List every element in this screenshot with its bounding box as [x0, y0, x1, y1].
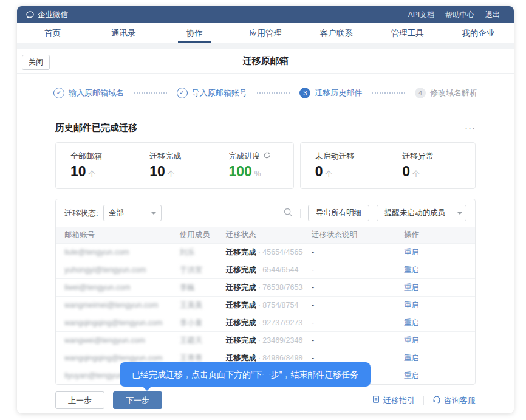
app-logo-text: 企业微信 — [38, 10, 68, 20]
tab-app-management[interactable]: 应用管理 — [230, 23, 301, 43]
col-status: 迁移状态 — [217, 230, 303, 240]
step-connector — [134, 92, 167, 94]
status-text: 迁移完成 — [226, 283, 256, 292]
stat-migration-error: 迁移异常 0 个 — [388, 151, 475, 179]
step-migrate-history: 3 迁移历史邮件 — [299, 88, 362, 98]
status-note-cell: - — [303, 283, 395, 292]
stats-row: 全部邮箱 10 个 迁移完成 10 个 — [55, 142, 476, 189]
stat-unit: % — [254, 170, 261, 178]
restart-link[interactable]: 重启 — [404, 354, 419, 362]
col-member: 使用成员 — [171, 230, 217, 240]
status-text: 迁移完成 — [226, 336, 256, 345]
status-note-cell: - — [303, 266, 395, 274]
email-cell: yuhongyi@tengyun.com — [56, 266, 171, 274]
table-row: yuhongyi@tengyun.com 于洪宜 迁移完成· 6544/6544… — [56, 261, 475, 278]
status-note-cell: - — [303, 248, 395, 256]
member-cell: 李巍 — [171, 283, 217, 293]
email-cell: liwei@tengyun.com — [56, 283, 171, 292]
table-row: liule@tengyun.com 刘乐 迁移完成· 45654/45654 -… — [56, 243, 475, 261]
stat-not-started: 未启动迁移 0 个 — [301, 151, 388, 179]
step-label: 输入原邮箱域名 — [69, 88, 124, 98]
migration-guide-label: 迁移指引 — [383, 395, 415, 406]
member-cell: 于洪宜 — [171, 265, 217, 275]
help-center-link[interactable]: 帮助中心 — [440, 10, 480, 20]
stat-completion-progress: 完成进度 100 % — [214, 151, 293, 179]
migration-panel: 关闭 迁移原邮箱 ✓ 输入原邮箱域名 ✓ 导入原邮箱账号 3 迁移历史邮件 4 … — [17, 49, 514, 413]
email-cell: wangmeimei@tengyun.com — [56, 301, 171, 309]
restart-link[interactable]: 重启 — [404, 318, 419, 327]
member-cell: 王美美 — [171, 300, 217, 311]
status-note-cell: - — [303, 318, 395, 327]
nav-bar: 首页 通讯录 协作 应用管理 客户联系 管理工具 我的企业 — [17, 23, 514, 43]
stats-card-progress: 全部邮箱 10 个 迁移完成 10 个 — [55, 142, 294, 189]
step-label: 迁移历史邮件 — [315, 88, 362, 98]
email-cell: wangqingqing@tengyun.com — [56, 318, 171, 327]
remind-dropdown-button[interactable] — [453, 205, 466, 221]
restart-link[interactable]: 重启 — [404, 283, 419, 292]
tab-home[interactable]: 首页 — [17, 23, 88, 43]
step-label: 导入原邮箱账号 — [192, 88, 247, 98]
step-connector — [257, 92, 290, 94]
page-title: 迁移原邮箱 — [243, 55, 289, 67]
tab-customer-contact[interactable]: 客户联系 — [301, 23, 372, 43]
migration-table-container: 迁移状态: 全部 导出所有明细 提醒未启动的成员 — [55, 199, 476, 385]
more-options-icon[interactable]: ··· — [465, 123, 476, 133]
progress-text: · 8754/8754 — [258, 301, 299, 309]
member-cell: 王青青 — [171, 353, 217, 363]
stat-label: 全部邮箱 — [70, 151, 135, 162]
step-import-accounts: ✓ 导入原邮箱账号 — [177, 88, 247, 98]
divider — [300, 209, 301, 218]
stat-value: 0 — [402, 165, 410, 179]
panel-footer: 上一步 下一步 迁移指引 咨询客服 — [17, 385, 514, 413]
table-row: liwei@tengyun.com 李巍 迁移完成· 76538/76538 -… — [56, 278, 475, 296]
completion-tooltip: 已经完成迁移，点击页面下方的“下一步”，结束邮件迁移任务 — [120, 362, 371, 387]
table-header: 邮箱账号 使用成员 迁移状态 迁移状态说明 操作 — [56, 227, 475, 243]
status-text: 迁移完成 — [226, 301, 256, 309]
status-note-cell: - — [303, 354, 395, 362]
stat-unit: 个 — [89, 169, 96, 179]
restart-link[interactable]: 重启 — [404, 266, 419, 274]
stat-value: 10 — [149, 165, 165, 179]
email-cell: wangwei@tengyun.com — [56, 336, 171, 345]
restart-link[interactable]: 重启 — [404, 301, 419, 309]
stats-card-issues: 未启动迁移 0 个 迁移异常 0 个 — [300, 142, 476, 189]
progress-text: · 76538/76538 — [258, 283, 303, 292]
status-text: 迁移完成 — [226, 248, 256, 256]
previous-step-button[interactable]: 上一步 — [55, 391, 104, 409]
stat-unit: 个 — [326, 169, 333, 179]
chevron-down-icon — [151, 212, 156, 217]
status-note-cell: - — [303, 301, 395, 309]
contact-support-link[interactable]: 咨询客服 — [432, 395, 476, 406]
search-icon[interactable] — [283, 207, 293, 219]
status-text: 迁移完成 — [226, 266, 256, 274]
remind-members-button[interactable]: 提醒未启动的成员 — [377, 205, 453, 221]
progress-text: · 92737/92737 — [258, 318, 303, 327]
export-details-button[interactable]: 导出所有明细 — [308, 205, 369, 221]
section-header: 历史邮件已完成迁移 ··· — [55, 122, 476, 134]
next-step-button[interactable]: 下一步 — [113, 391, 162, 409]
status-filter-select[interactable]: 全部 — [103, 205, 162, 221]
step-connector — [372, 92, 405, 94]
migration-guide-link[interactable]: 迁移指引 — [372, 395, 415, 406]
logout-link[interactable]: 退出 — [480, 10, 505, 20]
restart-link[interactable]: 重启 — [404, 371, 419, 380]
stat-label: 迁移异常 — [402, 151, 475, 162]
tab-contacts[interactable]: 通讯录 — [88, 23, 159, 43]
tab-collaboration[interactable]: 协作 — [159, 23, 230, 43]
tab-my-company[interactable]: 我的企业 — [443, 23, 514, 43]
app-logo: 企业微信 — [26, 10, 68, 20]
stat-value: 10 — [70, 165, 86, 179]
status-filter-label: 迁移状态: — [64, 208, 98, 219]
email-cell: liule@tengyun.com — [56, 248, 171, 256]
tab-admin-tools[interactable]: 管理工具 — [372, 23, 443, 43]
member-cell: 王霸天 — [171, 336, 217, 346]
topbar-links: API文档 帮助中心 退出 — [403, 10, 505, 20]
restart-link[interactable]: 重启 — [404, 248, 419, 256]
step-check-icon: ✓ — [53, 88, 64, 98]
contact-support-label: 咨询客服 — [444, 395, 476, 406]
status-text: 迁移完成 — [226, 318, 256, 327]
close-button[interactable]: 关闭 — [22, 55, 50, 70]
refresh-icon[interactable] — [263, 151, 271, 161]
restart-link[interactable]: 重启 — [404, 336, 419, 345]
api-docs-link[interactable]: API文档 — [403, 10, 440, 20]
